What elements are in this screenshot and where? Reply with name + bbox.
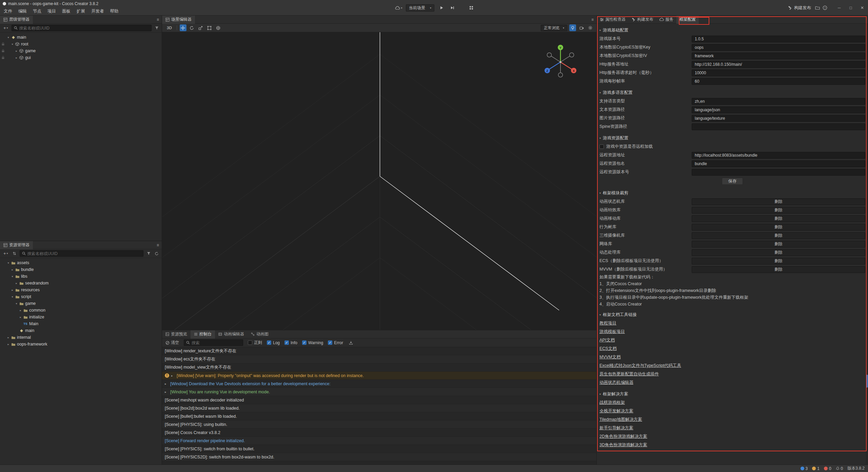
- property-input[interactable]: [692, 123, 865, 130]
- log-row[interactable]: ! ▸ [Scene] [box2d]:box2d wasm lib loade…: [162, 404, 596, 412]
- hierarchy-search-input[interactable]: [19, 26, 149, 31]
- collapse-arrow-icon[interactable]: ▾: [6, 261, 11, 264]
- delete-module-button[interactable]: 删除: [692, 258, 865, 264]
- solution-link[interactable]: 2D角色扮演游戏解决方案: [599, 432, 647, 441]
- tree-node[interactable]: ▾ ▸ TS resources: [0, 287, 162, 293]
- expand-arrow-icon[interactable]: ▸: [18, 316, 23, 319]
- expand-arrow-icon[interactable]: ▸: [165, 390, 168, 394]
- lock-icon[interactable]: [1, 56, 5, 59]
- section-resource-config[interactable]: ▾ 游戏资源配置: [597, 134, 868, 142]
- filter-checkbox[interactable]: [302, 340, 307, 345]
- collapse-arrow-icon[interactable]: ▾: [6, 36, 11, 39]
- console-panel-tab[interactable]: 动画编辑器: [215, 330, 248, 338]
- gizmo-space-icon[interactable]: [215, 24, 222, 31]
- property-input[interactable]: language/json: [692, 106, 865, 113]
- error-count-badge[interactable]: 0: [824, 466, 831, 471]
- tree-node[interactable]: ▾ ▸ TS assets: [0, 259, 162, 266]
- assets-search[interactable]: [20, 250, 143, 257]
- property-input[interactable]: bundle: [692, 160, 865, 167]
- scene-select[interactable]: 当前场景 ▾: [406, 4, 434, 12]
- maximize-button[interactable]: □: [845, 0, 856, 16]
- menu-item[interactable]: 项目: [44, 7, 59, 16]
- log-level-filter[interactable]: Log: [267, 340, 280, 345]
- minimize-button[interactable]: ─: [833, 0, 845, 16]
- delete-module-button[interactable]: 删除: [692, 198, 865, 205]
- property-input[interactable]: 60: [692, 78, 865, 85]
- inspector-panel-tab[interactable]: 属性检查器: [597, 16, 629, 24]
- section-doc-links[interactable]: ▾ 框架文档工具链接: [597, 310, 868, 319]
- hierarchy-search[interactable]: [12, 25, 152, 31]
- doc-link[interactable]: API文档: [599, 336, 615, 345]
- expand-arrow-icon[interactable]: ▸: [10, 268, 15, 271]
- build-publish-button[interactable]: 构建发布: [785, 5, 814, 11]
- expand-arrow-icon[interactable]: ▸: [14, 50, 19, 53]
- property-input[interactable]: zh,en: [692, 98, 865, 105]
- section-solutions[interactable]: ▾ 框架解决方案: [597, 390, 868, 398]
- log-level-filter[interactable]: Error: [328, 340, 343, 345]
- panel-menu-icon[interactable]: ≡: [157, 17, 159, 22]
- step-button[interactable]: [449, 4, 456, 12]
- delete-module-button[interactable]: 删除: [692, 249, 865, 256]
- rotate-tool-icon[interactable]: [189, 24, 195, 31]
- expand-arrow-icon[interactable]: ▸: [18, 309, 23, 312]
- hierarchy-tab[interactable]: 层级管理器: [0, 16, 33, 24]
- regex-checkbox[interactable]: [248, 340, 252, 345]
- help-icon[interactable]: ?: [821, 4, 829, 12]
- collapse-arrow-icon[interactable]: ▾: [10, 295, 15, 298]
- doc-link[interactable]: 游戏模板项目: [599, 328, 625, 336]
- expand-arrow-icon[interactable]: ▸: [165, 382, 168, 386]
- property-input[interactable]: 10000: [692, 70, 865, 76]
- doc-link[interactable]: MVVM文档: [599, 353, 621, 361]
- layout-grid-icon[interactable]: [468, 4, 475, 12]
- log-row[interactable]: ! ▸ [Window] render_texture文件夹不存在: [162, 347, 596, 355]
- delete-module-button[interactable]: 删除: [692, 215, 865, 222]
- log-row[interactable]: ! ▸ [Scene] meshopt wasm decoder initial…: [162, 396, 596, 404]
- delete-module-button[interactable]: 删除: [692, 241, 865, 248]
- log-row[interactable]: ! ▸ [Window] [Vue warn]: Property "onInp…: [162, 372, 596, 380]
- scale-tool-icon[interactable]: [197, 24, 204, 31]
- gear-icon[interactable]: [587, 24, 594, 31]
- assets-tab[interactable]: 资源管理器: [0, 241, 33, 249]
- expand-arrow-icon[interactable]: ▸: [14, 282, 19, 285]
- tree-node[interactable]: ▾ ▸ TS script: [0, 293, 162, 300]
- sort-icon[interactable]: [12, 250, 18, 257]
- info-count-badge[interactable]: 3: [801, 466, 808, 471]
- menu-item[interactable]: 节点: [30, 7, 44, 16]
- save-button[interactable]: 保存: [722, 178, 743, 185]
- collapse-arrow-icon[interactable]: ▾: [10, 43, 15, 46]
- light-toggle-icon[interactable]: [569, 24, 576, 31]
- solution-link[interactable]: Tiledmap地图解决方案: [599, 415, 642, 424]
- rect-tool-icon[interactable]: [206, 24, 213, 31]
- play-button[interactable]: [438, 4, 445, 12]
- delete-module-button[interactable]: 删除: [692, 224, 865, 231]
- menu-item[interactable]: 面板: [59, 7, 74, 16]
- doc-link[interactable]: ECS文档: [599, 345, 617, 353]
- assets-search-input[interactable]: [27, 251, 141, 256]
- inspector-panel-tab[interactable]: 服务: [656, 16, 676, 24]
- property-input[interactable]: language/texture: [692, 115, 865, 122]
- expand-arrow-icon[interactable]: ▸: [10, 289, 15, 292]
- tree-node[interactable]: ▾ ▸ TS Main: [0, 320, 162, 327]
- scene-viewport[interactable]: Y X Z: [162, 32, 596, 330]
- tree-node[interactable]: ▾ ▸ TS: [0, 47, 162, 54]
- console-panel-tab[interactable]: 资源预览: [162, 330, 191, 338]
- camera-icon[interactable]: [578, 24, 585, 31]
- axis-gizmo[interactable]: Y X Z: [540, 42, 581, 82]
- property-input[interactable]: [692, 169, 865, 176]
- log-level-filter[interactable]: Warning: [302, 340, 323, 345]
- filter-checkbox[interactable]: [267, 340, 271, 345]
- log-row[interactable]: ! ▸ [Scene] Cocos Creator v3.8.2: [162, 429, 596, 437]
- doc-link[interactable]: 动画状态机编辑器: [599, 378, 633, 387]
- notification-badge[interactable]: 0: [836, 466, 843, 471]
- solution-link[interactable]: 全栈开发解决方案: [599, 407, 633, 415]
- warning-count-badge[interactable]: 1: [812, 466, 820, 471]
- delete-module-button[interactable]: 删除: [692, 207, 865, 214]
- move-tool-icon[interactable]: [180, 24, 186, 31]
- console-panel-tab[interactable]: 动画图: [248, 330, 272, 338]
- expand-arrow-icon[interactable]: ▸: [14, 56, 19, 59]
- tree-node[interactable]: ▾ ▸ TS bundle: [0, 266, 162, 273]
- tree-node[interactable]: ▾ ▸ TS internal: [0, 334, 162, 341]
- property-input[interactable]: http://localhost:8083/assets/bundle: [692, 152, 865, 159]
- console-search-input[interactable]: [192, 340, 241, 345]
- log-row[interactable]: ! ▸ [Scene] Forward render pipeline init…: [162, 437, 596, 445]
